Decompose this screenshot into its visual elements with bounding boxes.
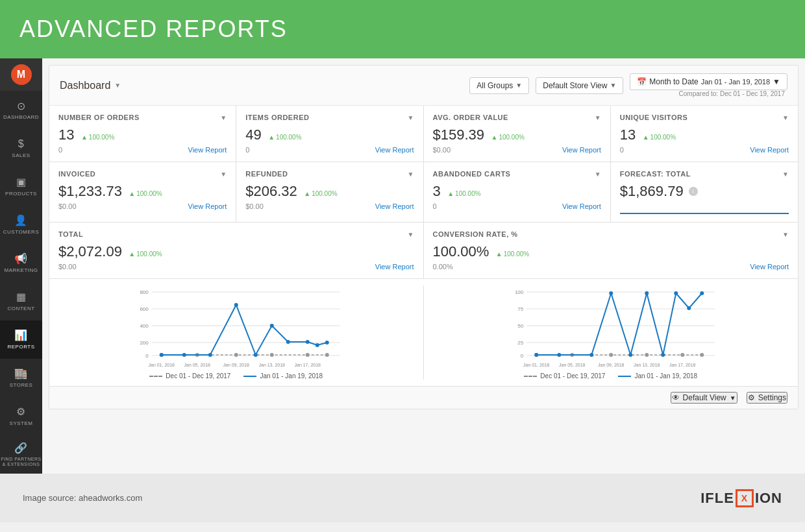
metric-conversion-dropdown[interactable]: ▼ — [782, 231, 789, 238]
svg-text:Jan 01, 2018: Jan 01, 2018 — [149, 363, 175, 367]
abandoned-up-arrow: ▲ — [447, 190, 454, 197]
metric-refunded-title: REFUNDED — [245, 170, 288, 178]
svg-text:800: 800 — [140, 289, 149, 295]
dashboard-title-text: Dashboard — [60, 80, 110, 91]
svg-point-58 — [661, 353, 665, 357]
svg-point-26 — [270, 324, 274, 328]
metric-orders-report-link[interactable]: View Report — [188, 146, 227, 154]
svg-point-17 — [234, 353, 238, 357]
dashboard-dropdown-arrow: ▼ — [114, 82, 121, 89]
metric-avg-prev: $0.00 — [433, 146, 451, 154]
svg-text:75: 75 — [517, 306, 523, 312]
sidebar-label-reports: REPORTS — [7, 344, 34, 350]
sidebar-item-partners[interactable]: 🔗 FIND PARTNERS& EXTENSIONS — [0, 435, 42, 474]
metric-items-report-link[interactable]: View Report — [375, 146, 414, 154]
svg-point-27 — [286, 340, 290, 344]
metric-forecast-dropdown[interactable]: ▼ — [782, 171, 789, 178]
metric-orders-change-value: 100.00% — [89, 134, 114, 141]
metric-avg-change-value: 100.00% — [499, 134, 524, 141]
metric-total-header: TOTAL ▼ — [58, 230, 414, 238]
sidebar-label-content: CONTENT — [7, 306, 34, 311]
forecast-info-icon[interactable]: i — [689, 187, 698, 196]
sidebar-label-stores: STORES — [10, 382, 33, 388]
metric-avg-order: AVG. ORDER VALUE ▼ $159.39 ▲ 100.00% $0.… — [424, 106, 611, 162]
partners-icon: 🔗 — [14, 442, 28, 454]
metric-refunded-change: ▲ 100.00% — [304, 190, 337, 197]
dashboard-title[interactable]: Dashboard ▼ — [60, 80, 121, 91]
metric-conversion-report-link[interactable]: View Report — [750, 263, 789, 271]
date-range-filter[interactable]: 📅 Month to Date Jan 01 - Jan 19, 2018 ▼ — [630, 73, 787, 90]
metric-total-title: TOTAL — [58, 230, 83, 238]
metric-visitors-dropdown[interactable]: ▼ — [782, 114, 789, 121]
settings-button[interactable]: ⚙ Settings — [747, 392, 787, 404]
sidebar-item-content[interactable]: ▦ CONTENT — [0, 282, 42, 320]
metric-invoiced-dropdown[interactable]: ▼ — [220, 171, 227, 178]
metric-invoiced-value-row: $1,233.73 ▲ 100.00% — [58, 183, 227, 200]
metric-abandoned-change-value: 100.00% — [455, 190, 480, 197]
view-dropdown-arrow: ▼ — [730, 394, 736, 402]
metric-refunded-value: $206.32 — [245, 183, 297, 199]
metric-visitors-change-value: 100.00% — [650, 134, 676, 141]
svg-text:0: 0 — [145, 353, 149, 359]
metric-items-dropdown[interactable]: ▼ — [408, 114, 414, 121]
svg-point-18 — [270, 353, 274, 357]
date-filter-group: 📅 Month to Date Jan 01 - Jan 19, 2018 ▼ … — [630, 73, 787, 97]
chart-total-svg: 800 600 400 200 0 Jan 01, 2018 Jan 05, 2… — [56, 285, 417, 370]
metric-refunded-value-row: $206.32 ▲ 100.00% — [245, 183, 414, 200]
iflexion-logo: IFLE X ION — [700, 489, 782, 507]
metric-refunded-report-link[interactable]: View Report — [375, 202, 414, 210]
sidebar-item-sales[interactable]: $ SALES — [0, 129, 42, 167]
svg-point-30 — [325, 341, 329, 345]
sidebar-item-system[interactable]: ⚙ SYSTEM — [0, 397, 42, 435]
metric-avg-dropdown[interactable]: ▼ — [595, 114, 601, 121]
metric-total-dropdown[interactable]: ▼ — [408, 231, 414, 238]
metric-visitors-report-link[interactable]: View Report — [750, 146, 789, 154]
logo-text-end: ION — [755, 490, 782, 507]
svg-text:0: 0 — [520, 353, 523, 359]
sidebar-item-marketing[interactable]: 📢 MARKETING — [0, 244, 42, 282]
metric-abandoned-report-link[interactable]: View Report — [562, 202, 601, 210]
svg-point-51 — [700, 353, 704, 357]
metric-orders-footer: 0 View Report — [58, 146, 227, 154]
metric-refunded-footer: $0.00 View Report — [245, 202, 414, 210]
svg-text:Jan 05, 2018: Jan 05, 2018 — [184, 363, 211, 367]
metric-refunded-dropdown[interactable]: ▼ — [408, 171, 414, 178]
metric-items-header: ITEMS ORDERED ▼ — [245, 114, 414, 121]
metric-total-change: ▲ 100.00% — [129, 250, 162, 258]
store-filter-label: Default Store View — [543, 81, 607, 90]
metric-avg-report-link[interactable]: View Report — [562, 146, 601, 154]
metrics-row-3: TOTAL ▼ $2,072.09 ▲ 100.00% $0.00 View R… — [49, 223, 798, 279]
legend-dec-label: Dec 01 - Dec 19, 2017 — [166, 372, 230, 380]
store-filter[interactable]: Default Store View ▼ — [536, 77, 623, 94]
sidebar-item-customers[interactable]: 👤 CUSTOMERS — [0, 206, 42, 244]
metric-total-prev: $0.00 — [58, 263, 77, 271]
top-header: ADVANCED REPORTS — [0, 0, 805, 58]
metric-invoiced-report-link[interactable]: View Report — [188, 202, 227, 210]
legend-jan-label: Jan 01 - Jan 19, 2018 — [260, 372, 323, 380]
svg-point-54 — [589, 353, 593, 357]
view-label: Default View — [683, 393, 726, 402]
metric-invoiced-prev: $0.00 — [58, 202, 77, 210]
default-view-button[interactable]: 👁 Default View ▼ — [671, 392, 737, 404]
page-footer: Image source: aheadworks.com IFLE X ION — [0, 474, 805, 522]
metric-conversion-value-row: 100.00% ▲ 100.00% — [433, 243, 789, 260]
svg-point-61 — [700, 291, 704, 295]
stores-icon: 🏬 — [14, 367, 28, 380]
logo-bracket: X — [736, 489, 754, 507]
sidebar-item-stores[interactable]: 🏬 STORES — [0, 359, 42, 397]
sidebar-label-dashboard: DASHBOARD — [3, 115, 39, 121]
legend-item-jan: Jan 01 - Jan 19, 2018 — [243, 372, 323, 380]
metric-total: TOTAL ▼ $2,072.09 ▲ 100.00% $0.00 View R… — [49, 223, 424, 278]
customers-icon: 👤 — [14, 214, 28, 226]
metric-avg-footer: $0.00 View Report — [433, 146, 601, 154]
metric-invoiced-value: $1,233.73 — [58, 183, 122, 199]
sidebar-item-products[interactable]: ▣ PRODUCTS — [0, 167, 42, 206]
forecast-progress-line — [620, 213, 789, 214]
sidebar-item-reports[interactable]: 📊 REPORTS — [0, 320, 42, 359]
groups-filter[interactable]: All Groups ▼ — [469, 77, 529, 94]
sidebar-item-dashboard[interactable]: ⊙ DASHBOARD — [0, 91, 42, 129]
metric-abandoned-dropdown[interactable]: ▼ — [595, 171, 601, 178]
metric-total-report-link[interactable]: View Report — [375, 263, 414, 271]
dashboard-icon: ⊙ — [17, 100, 26, 112]
metric-orders-dropdown[interactable]: ▼ — [220, 114, 227, 121]
